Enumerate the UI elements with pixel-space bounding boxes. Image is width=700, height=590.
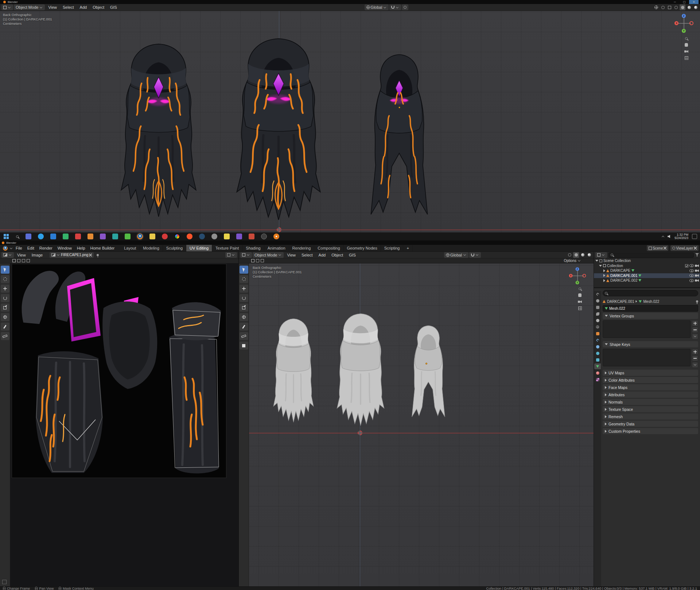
cape-render-textured-1[interactable]	[108, 42, 210, 224]
panel-header-attributes[interactable]: Attributes	[603, 392, 698, 398]
menu-select[interactable]: Select	[60, 4, 77, 11]
panel-header-texture-space[interactable]: Texture Space	[603, 406, 698, 412]
gizmo-x-neg[interactable]	[689, 21, 693, 25]
taskbar-app-icon[interactable]	[261, 234, 267, 239]
uv-select-vertex-icon[interactable]	[12, 259, 16, 262]
gizmo-y-axis[interactable]: Y	[682, 29, 686, 33]
outliner-row-scene-collection[interactable]: Scene Collection	[594, 258, 700, 263]
shape-key-specials-button[interactable]	[692, 362, 698, 368]
tool-transform[interactable]	[1, 313, 9, 321]
taskbar-app-icon[interactable]	[174, 234, 180, 239]
properties-tab-view-layer[interactable]	[594, 311, 601, 317]
tool-select-box[interactable]	[1, 266, 9, 274]
tool-move[interactable]	[240, 285, 248, 293]
shading-solid[interactable]	[573, 252, 579, 258]
editor-type-selector[interactable]	[595, 252, 607, 258]
snap-toggle[interactable]	[389, 4, 401, 10]
outliner-search-input[interactable]	[608, 252, 694, 258]
outliner-row-darkcape[interactable]: DARKCAPE	[594, 268, 700, 273]
disable-render-icon[interactable]	[695, 274, 699, 277]
menu-file[interactable]: File	[13, 245, 25, 251]
pin-icon[interactable]	[97, 254, 99, 256]
gizmo-x-axis[interactable]: X	[674, 21, 678, 25]
camera-view-icon[interactable]	[684, 50, 688, 53]
view-layer-selector[interactable]: ViewLayer	[670, 245, 699, 251]
select-mode-icon[interactable]	[256, 259, 259, 262]
panel-header-face-maps[interactable]: Face Maps	[603, 384, 698, 390]
properties-tab-object-data[interactable]	[594, 363, 601, 369]
taskbar-app-icon[interactable]	[273, 234, 279, 239]
zoom-icon[interactable]	[579, 288, 581, 290]
shading-solid[interactable]	[680, 4, 685, 10]
volume-icon[interactable]	[668, 235, 670, 238]
uv-select-face-icon[interactable]	[22, 259, 25, 262]
properties-tab-render[interactable]	[594, 298, 601, 304]
taskbar-app-icon[interactable]	[50, 234, 56, 239]
add-vertex-group-button[interactable]	[692, 320, 698, 326]
workspace-tab-uv-editing[interactable]: UV Editing	[186, 245, 212, 251]
uv-select-island-icon[interactable]	[27, 259, 30, 262]
tool-select-box[interactable]	[240, 266, 248, 274]
hide-viewport-icon[interactable]	[689, 274, 694, 277]
camera-view-icon[interactable]	[578, 300, 582, 303]
expand-icon[interactable]	[595, 260, 598, 262]
cape-render-clay-2[interactable]	[328, 312, 393, 431]
workspace-tab-compositing[interactable]: Compositing	[314, 245, 343, 251]
image-selector[interactable]: FIRECAPE1.png	[50, 252, 94, 258]
zoom-icon[interactable]	[685, 37, 688, 40]
editor-type-selector[interactable]	[1, 4, 13, 10]
shading-rendered[interactable]	[586, 252, 592, 258]
pan-hand-icon[interactable]	[578, 293, 582, 297]
gizmo-x-axis[interactable]: X	[569, 274, 573, 278]
workspace-tab-shading[interactable]: Shading	[242, 245, 264, 251]
mode-selector[interactable]: Object Mode	[14, 4, 45, 10]
shading-wireframe[interactable]	[673, 4, 679, 10]
select-mode-icon[interactable]	[261, 259, 264, 262]
options-dropdown[interactable]: Options	[564, 259, 581, 263]
filter-icon[interactable]	[695, 253, 699, 257]
scene-unlink-icon[interactable]	[664, 247, 666, 250]
gizmo-z-axis[interactable]: Z	[576, 267, 579, 271]
tool-scale[interactable]	[1, 304, 9, 312]
expand-icon[interactable]	[603, 269, 605, 272]
tool-transform[interactable]	[240, 313, 248, 321]
viewport-body[interactable]: Back Orthographic (1) Collection | DARKC…	[239, 263, 594, 586]
properties-tab-particles[interactable]	[594, 344, 601, 350]
uv-menu-view[interactable]: View	[15, 252, 28, 258]
tool-rotate[interactable]	[1, 294, 9, 302]
workspace-tab-sculpting[interactable]: Sculpting	[163, 245, 186, 251]
panel-header-geometry-data[interactable]: Geometry Data	[603, 421, 698, 427]
remove-vertex-group-button[interactable]	[692, 327, 698, 333]
view-layer-unlink-icon[interactable]	[694, 247, 697, 250]
taskbar-app-icon[interactable]	[162, 234, 168, 239]
hide-viewport-icon[interactable]	[689, 264, 694, 267]
taskbar-app-icon[interactable]	[112, 234, 118, 239]
select-mode-icon[interactable]	[251, 259, 254, 262]
uv-texture-image[interactable]	[12, 264, 226, 478]
tool-annotate[interactable]	[240, 323, 248, 331]
menu-gis[interactable]: GIS	[108, 4, 120, 11]
outliner-row-darkcape-002[interactable]: DARKCAPE.002	[594, 278, 700, 283]
minimize-button[interactable]: ─	[670, 0, 680, 4]
close-button[interactable]: ✕	[689, 0, 699, 4]
proportional-editing[interactable]	[402, 4, 408, 10]
expand-icon[interactable]	[603, 274, 605, 277]
panel-header-vertex-groups[interactable]: Vertex Groups	[603, 313, 698, 319]
taskbar-app-icon[interactable]	[224, 234, 230, 239]
ortho-grid-icon[interactable]	[685, 56, 688, 60]
tool-select-circle[interactable]	[1, 275, 9, 283]
panel-header-uv-maps[interactable]: UV Maps	[603, 370, 698, 376]
tool-cursor[interactable]	[240, 275, 248, 283]
menu-add[interactable]: Add	[316, 252, 328, 258]
mode-selector[interactable]: Object Mode	[253, 252, 284, 258]
panel-header-shape-keys[interactable]: Shape Keys	[603, 341, 698, 347]
menu-gis[interactable]: GIS	[346, 252, 358, 258]
editor-type-selector[interactable]	[1, 252, 14, 258]
cape-render-textured-3[interactable]	[355, 52, 443, 225]
taskbar-app-icon[interactable]	[211, 234, 217, 239]
panel-header-normals[interactable]: Normals	[603, 399, 698, 405]
tool-measure[interactable]	[240, 332, 248, 340]
transform-orientation[interactable]: Global	[444, 252, 468, 258]
maximize-button[interactable]: ▢	[680, 0, 689, 4]
uv-editor-body[interactable]	[0, 263, 239, 586]
